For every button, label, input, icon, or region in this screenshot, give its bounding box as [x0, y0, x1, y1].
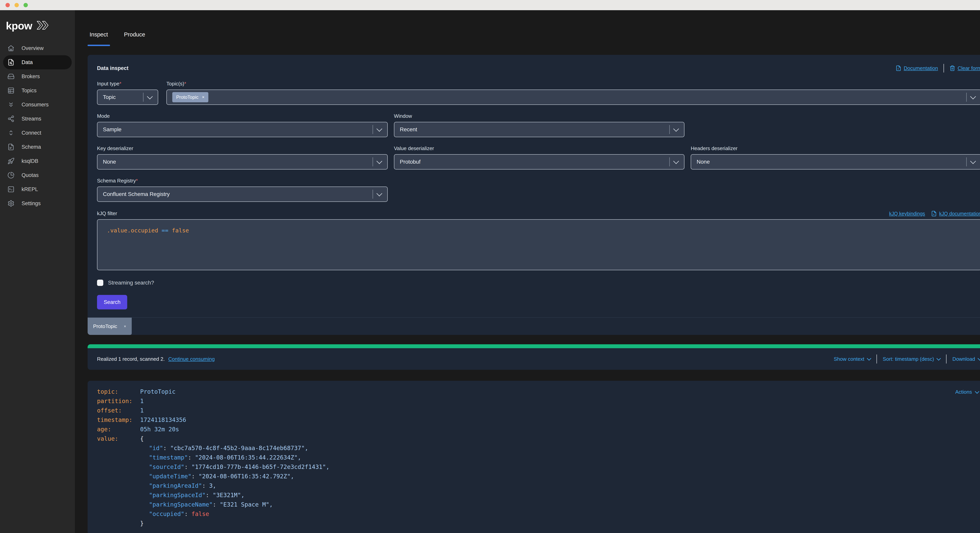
input-type-select[interactable]: Topic — [97, 89, 158, 105]
terminal-icon — [8, 186, 14, 193]
chevron-down-icon — [970, 94, 976, 99]
record-actions-dropdown[interactable]: Actions — [955, 389, 978, 395]
sidebar-item-label: Quotas — [22, 172, 38, 178]
kjq-keybindings-link[interactable]: kJQ keybindings — [889, 211, 925, 216]
chevron-down-icon — [673, 126, 679, 132]
chevron-down-icon — [376, 158, 382, 164]
sidebar-item-label: Schema — [22, 144, 41, 150]
value-deserializer-select[interactable]: Protobuf — [394, 154, 685, 170]
main-content: Inspect Produce Data inspect Documentati… — [75, 10, 980, 533]
chevron-down-icon — [970, 158, 976, 164]
download-dropdown[interactable]: Download — [952, 356, 980, 362]
window-titlebar — [0, 0, 980, 10]
sort-dropdown[interactable]: Sort: timestamp (desc) — [883, 356, 940, 362]
key-deserializer-select[interactable]: None — [97, 154, 388, 170]
streaming-search-checkbox[interactable] — [97, 280, 103, 286]
search-button[interactable]: Search — [97, 295, 127, 309]
sidebar-nav: Overview Data Brokers Topics Consumers S… — [0, 41, 75, 210]
tab-inspect[interactable]: Inspect — [89, 31, 108, 46]
sidebar: kpow Overview Data Brokers Topics — [0, 10, 75, 533]
sidebar-item-settings[interactable]: Settings — [3, 196, 72, 210]
logo-text: kpow — [6, 21, 32, 31]
window-close-button[interactable] — [5, 3, 10, 7]
file-text-icon — [8, 143, 14, 151]
mode-select[interactable]: Sample — [97, 122, 388, 137]
sidebar-item-topics[interactable]: Topics — [3, 83, 72, 98]
table-icon — [8, 87, 14, 94]
sidebar-item-label: kREPL — [22, 186, 38, 193]
sidebar-item-quotas[interactable]: Quotas — [3, 168, 72, 182]
sidebar-item-connect[interactable]: Connect — [3, 126, 72, 140]
sidebar-item-krepl[interactable]: kREPL — [3, 182, 72, 196]
window-select[interactable]: Recent — [394, 122, 685, 137]
chevron-down-icon — [937, 356, 941, 361]
gear-icon — [8, 200, 14, 207]
panel-title: Data inspect — [97, 65, 129, 71]
hard-drive-icon — [8, 73, 14, 80]
chevron-down-icon — [376, 126, 382, 132]
sidebar-item-data[interactable]: Data — [3, 55, 72, 69]
data-inspect-panel: Data inspect Documentation Clear form — [88, 55, 980, 335]
documentation-link[interactable]: Documentation — [896, 65, 938, 71]
topic-chip: ProtoTopic × — [172, 92, 208, 102]
sidebar-item-label: Overview — [22, 45, 44, 51]
sidebar-item-streams[interactable]: Streams — [3, 112, 72, 126]
close-icon[interactable]: × — [124, 324, 126, 329]
sidebar-item-label: ksqlDB — [22, 158, 38, 164]
kjq-documentation-link[interactable]: kJQ documentation — [931, 211, 980, 216]
trash-icon — [950, 65, 955, 71]
streaming-search-label: Streaming search? — [108, 280, 154, 286]
input-type-label: Input type* — [97, 81, 158, 87]
chevron-down-icon — [978, 356, 980, 361]
schema-registry-label: Schema Registry* — [97, 178, 388, 184]
chevron-down-icon — [673, 158, 679, 164]
sidebar-item-label: Connect — [22, 130, 41, 136]
sidebar-item-brokers[interactable]: Brokers — [3, 69, 72, 83]
record-panel: Actions topic:ProtoTopic partition:1 off… — [88, 381, 980, 533]
window-minimize-button[interactable] — [14, 3, 19, 7]
sidebar-item-label: Consumers — [22, 102, 49, 108]
scan-progress-bar — [88, 344, 980, 348]
realized-status-text: Realized 1 record, scanned 2. — [97, 356, 165, 362]
window-zoom-button[interactable] — [24, 3, 28, 7]
chevron-down-icon — [147, 94, 153, 99]
show-context-dropdown[interactable]: Show context — [834, 356, 871, 362]
sidebar-item-overview[interactable]: Overview — [3, 41, 72, 55]
sidebar-item-label: Brokers — [22, 73, 40, 80]
value-deserializer-label: Value deserializer — [394, 145, 685, 151]
sidebar-item-label: Streams — [22, 116, 41, 122]
results-status-panel: Realized 1 record, scanned 2. Continue c… — [88, 344, 980, 370]
sidebar-item-label: Topics — [22, 88, 37, 94]
remove-topic-icon[interactable]: × — [202, 95, 204, 100]
continue-consuming-link[interactable]: Continue consuming — [168, 356, 215, 362]
sidebar-item-consumers[interactable]: Consumers — [3, 98, 72, 112]
tab-bar: Inspect Produce — [88, 10, 980, 46]
chevron-down-icon — [975, 389, 979, 394]
key-deserializer-label: Key deserializer — [97, 145, 388, 151]
divider — [877, 355, 877, 363]
kpow-logo: kpow — [6, 20, 75, 31]
clear-form-link[interactable]: Clear form — [950, 65, 980, 71]
topics-multiselect[interactable]: ProtoTopic × — [166, 89, 980, 105]
kjq-filter-editor[interactable]: .value.occupied == false — [97, 219, 980, 270]
headers-deserializer-select[interactable]: None — [691, 154, 980, 170]
record-detail: topic:ProtoTopic partition:1 offset:1 ti… — [97, 387, 980, 528]
topic-result-tab[interactable]: ProtoTopic × — [88, 318, 132, 335]
tab-produce[interactable]: Produce — [124, 31, 145, 46]
topic-tabs-row: ProtoTopic × — [88, 317, 980, 335]
chevrons-down-icon — [8, 101, 14, 108]
kjq-filter-label: kJQ filter — [97, 210, 117, 216]
document-icon — [931, 211, 937, 216]
topics-label: Topic(s)* — [166, 81, 980, 87]
file-search-icon — [8, 59, 14, 66]
schema-registry-select[interactable]: Confluent Schema Registry — [97, 186, 388, 202]
headers-deserializer-label: Headers deserializer — [691, 145, 980, 151]
sidebar-item-ksqldb[interactable]: ksqlDB — [3, 154, 72, 168]
home-icon — [8, 45, 14, 52]
document-icon — [896, 65, 901, 71]
double-chevron-icon — [36, 21, 51, 31]
rocket-icon — [8, 158, 14, 165]
chevrons-up-down-icon — [8, 129, 14, 136]
pie-chart-icon — [8, 172, 14, 179]
sidebar-item-schema[interactable]: Schema — [3, 140, 72, 154]
